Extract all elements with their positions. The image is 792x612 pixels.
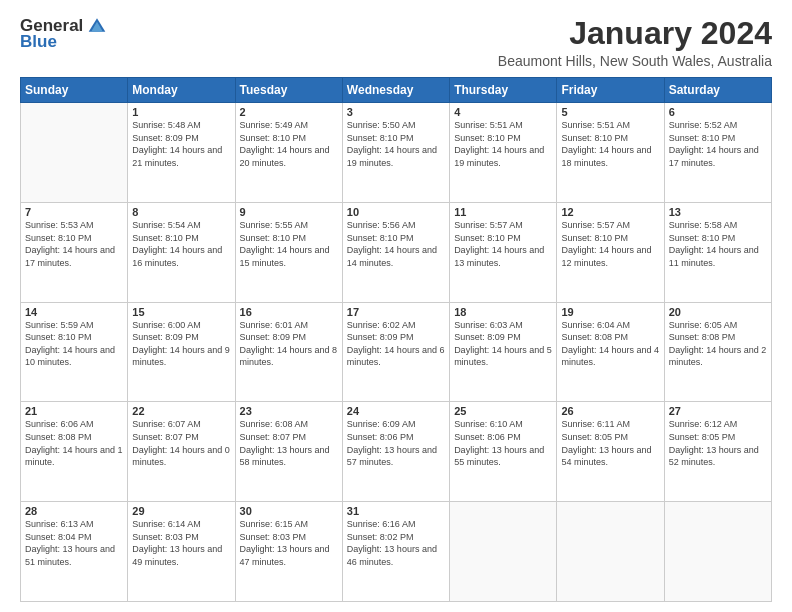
day-number: 1 (132, 106, 230, 118)
week-row-2: 7Sunrise: 5:53 AM Sunset: 8:10 PM Daylig… (21, 202, 772, 302)
calendar-cell: 16Sunrise: 6:01 AM Sunset: 8:09 PM Dayli… (235, 302, 342, 402)
day-info: Sunrise: 6:15 AM Sunset: 8:03 PM Dayligh… (240, 518, 338, 568)
calendar-cell: 4Sunrise: 5:51 AM Sunset: 8:10 PM Daylig… (450, 103, 557, 203)
logo: General Blue (20, 16, 107, 52)
calendar-cell (21, 103, 128, 203)
day-info: Sunrise: 5:57 AM Sunset: 8:10 PM Dayligh… (561, 219, 659, 269)
day-info: Sunrise: 5:50 AM Sunset: 8:10 PM Dayligh… (347, 119, 445, 169)
day-number: 27 (669, 405, 767, 417)
calendar-cell: 26Sunrise: 6:11 AM Sunset: 8:05 PM Dayli… (557, 402, 664, 502)
day-number: 23 (240, 405, 338, 417)
calendar-cell: 1Sunrise: 5:48 AM Sunset: 8:09 PM Daylig… (128, 103, 235, 203)
day-number: 16 (240, 306, 338, 318)
day-info: Sunrise: 5:49 AM Sunset: 8:10 PM Dayligh… (240, 119, 338, 169)
page: General Blue January 2024 Beaumont Hills… (0, 0, 792, 612)
day-number: 4 (454, 106, 552, 118)
day-header-thursday: Thursday (450, 78, 557, 103)
day-info: Sunrise: 6:12 AM Sunset: 8:05 PM Dayligh… (669, 418, 767, 468)
calendar-cell: 30Sunrise: 6:15 AM Sunset: 8:03 PM Dayli… (235, 502, 342, 602)
calendar-cell: 27Sunrise: 6:12 AM Sunset: 8:05 PM Dayli… (664, 402, 771, 502)
day-info: Sunrise: 6:03 AM Sunset: 8:09 PM Dayligh… (454, 319, 552, 369)
day-number: 18 (454, 306, 552, 318)
day-number: 9 (240, 206, 338, 218)
day-info: Sunrise: 6:04 AM Sunset: 8:08 PM Dayligh… (561, 319, 659, 369)
calendar-cell: 13Sunrise: 5:58 AM Sunset: 8:10 PM Dayli… (664, 202, 771, 302)
calendar-cell: 21Sunrise: 6:06 AM Sunset: 8:08 PM Dayli… (21, 402, 128, 502)
day-number: 2 (240, 106, 338, 118)
day-info: Sunrise: 5:58 AM Sunset: 8:10 PM Dayligh… (669, 219, 767, 269)
calendar-table: SundayMondayTuesdayWednesdayThursdayFrid… (20, 77, 772, 602)
calendar-cell: 31Sunrise: 6:16 AM Sunset: 8:02 PM Dayli… (342, 502, 449, 602)
day-info: Sunrise: 5:55 AM Sunset: 8:10 PM Dayligh… (240, 219, 338, 269)
day-info: Sunrise: 6:13 AM Sunset: 8:04 PM Dayligh… (25, 518, 123, 568)
day-info: Sunrise: 6:10 AM Sunset: 8:06 PM Dayligh… (454, 418, 552, 468)
day-info: Sunrise: 5:53 AM Sunset: 8:10 PM Dayligh… (25, 219, 123, 269)
calendar-cell: 22Sunrise: 6:07 AM Sunset: 8:07 PM Dayli… (128, 402, 235, 502)
day-info: Sunrise: 5:51 AM Sunset: 8:10 PM Dayligh… (454, 119, 552, 169)
day-info: Sunrise: 5:48 AM Sunset: 8:09 PM Dayligh… (132, 119, 230, 169)
day-number: 28 (25, 505, 123, 517)
day-number: 26 (561, 405, 659, 417)
day-number: 8 (132, 206, 230, 218)
calendar-cell: 11Sunrise: 5:57 AM Sunset: 8:10 PM Dayli… (450, 202, 557, 302)
day-info: Sunrise: 5:57 AM Sunset: 8:10 PM Dayligh… (454, 219, 552, 269)
day-number: 22 (132, 405, 230, 417)
day-info: Sunrise: 5:59 AM Sunset: 8:10 PM Dayligh… (25, 319, 123, 369)
week-row-1: 1Sunrise: 5:48 AM Sunset: 8:09 PM Daylig… (21, 103, 772, 203)
calendar-cell: 18Sunrise: 6:03 AM Sunset: 8:09 PM Dayli… (450, 302, 557, 402)
logo-blue: Blue (20, 32, 57, 52)
calendar-cell: 19Sunrise: 6:04 AM Sunset: 8:08 PM Dayli… (557, 302, 664, 402)
week-row-3: 14Sunrise: 5:59 AM Sunset: 8:10 PM Dayli… (21, 302, 772, 402)
calendar-cell: 14Sunrise: 5:59 AM Sunset: 8:10 PM Dayli… (21, 302, 128, 402)
calendar-cell: 12Sunrise: 5:57 AM Sunset: 8:10 PM Dayli… (557, 202, 664, 302)
calendar-cell: 9Sunrise: 5:55 AM Sunset: 8:10 PM Daylig… (235, 202, 342, 302)
month-title: January 2024 (498, 16, 772, 51)
day-info: Sunrise: 6:05 AM Sunset: 8:08 PM Dayligh… (669, 319, 767, 369)
day-number: 15 (132, 306, 230, 318)
day-number: 29 (132, 505, 230, 517)
day-number: 11 (454, 206, 552, 218)
day-header-saturday: Saturday (664, 78, 771, 103)
day-header-tuesday: Tuesday (235, 78, 342, 103)
calendar-cell: 6Sunrise: 5:52 AM Sunset: 8:10 PM Daylig… (664, 103, 771, 203)
week-row-4: 21Sunrise: 6:06 AM Sunset: 8:08 PM Dayli… (21, 402, 772, 502)
location-title: Beaumont Hills, New South Wales, Austral… (498, 53, 772, 69)
calendar-cell: 28Sunrise: 6:13 AM Sunset: 8:04 PM Dayli… (21, 502, 128, 602)
week-row-5: 28Sunrise: 6:13 AM Sunset: 8:04 PM Dayli… (21, 502, 772, 602)
days-header-row: SundayMondayTuesdayWednesdayThursdayFrid… (21, 78, 772, 103)
calendar-cell: 25Sunrise: 6:10 AM Sunset: 8:06 PM Dayli… (450, 402, 557, 502)
day-info: Sunrise: 6:02 AM Sunset: 8:09 PM Dayligh… (347, 319, 445, 369)
day-info: Sunrise: 5:52 AM Sunset: 8:10 PM Dayligh… (669, 119, 767, 169)
day-info: Sunrise: 6:08 AM Sunset: 8:07 PM Dayligh… (240, 418, 338, 468)
day-number: 31 (347, 505, 445, 517)
day-info: Sunrise: 6:16 AM Sunset: 8:02 PM Dayligh… (347, 518, 445, 568)
day-number: 20 (669, 306, 767, 318)
calendar-cell: 24Sunrise: 6:09 AM Sunset: 8:06 PM Dayli… (342, 402, 449, 502)
calendar-cell: 2Sunrise: 5:49 AM Sunset: 8:10 PM Daylig… (235, 103, 342, 203)
calendar-cell: 3Sunrise: 5:50 AM Sunset: 8:10 PM Daylig… (342, 103, 449, 203)
day-info: Sunrise: 5:56 AM Sunset: 8:10 PM Dayligh… (347, 219, 445, 269)
calendar-cell: 5Sunrise: 5:51 AM Sunset: 8:10 PM Daylig… (557, 103, 664, 203)
day-number: 7 (25, 206, 123, 218)
day-number: 13 (669, 206, 767, 218)
day-number: 19 (561, 306, 659, 318)
day-info: Sunrise: 5:51 AM Sunset: 8:10 PM Dayligh… (561, 119, 659, 169)
day-number: 21 (25, 405, 123, 417)
calendar-cell (557, 502, 664, 602)
day-number: 10 (347, 206, 445, 218)
day-header-monday: Monday (128, 78, 235, 103)
calendar-cell: 8Sunrise: 5:54 AM Sunset: 8:10 PM Daylig… (128, 202, 235, 302)
day-number: 30 (240, 505, 338, 517)
day-number: 24 (347, 405, 445, 417)
calendar-cell: 7Sunrise: 5:53 AM Sunset: 8:10 PM Daylig… (21, 202, 128, 302)
day-number: 5 (561, 106, 659, 118)
calendar-cell (664, 502, 771, 602)
day-header-wednesday: Wednesday (342, 78, 449, 103)
calendar: SundayMondayTuesdayWednesdayThursdayFrid… (20, 77, 772, 602)
day-header-sunday: Sunday (21, 78, 128, 103)
day-info: Sunrise: 6:06 AM Sunset: 8:08 PM Dayligh… (25, 418, 123, 468)
day-info: Sunrise: 6:01 AM Sunset: 8:09 PM Dayligh… (240, 319, 338, 369)
calendar-cell: 29Sunrise: 6:14 AM Sunset: 8:03 PM Dayli… (128, 502, 235, 602)
day-info: Sunrise: 5:54 AM Sunset: 8:10 PM Dayligh… (132, 219, 230, 269)
day-number: 3 (347, 106, 445, 118)
